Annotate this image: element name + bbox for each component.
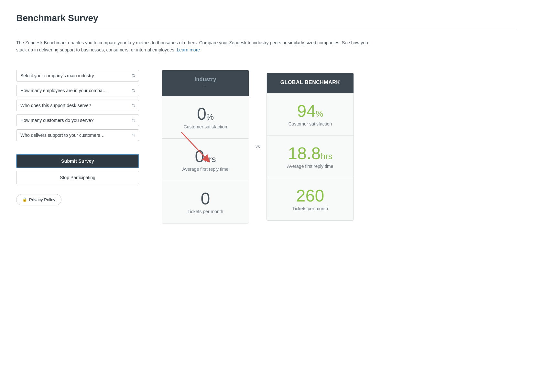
buttons-section: Submit Survey Stop Participating: [16, 154, 139, 184]
divider: [16, 30, 517, 30]
global-column-header: GLOBAL BENCHMARK: [267, 73, 354, 93]
global-reply-time-cell: 18.8hrs Average first reply time: [267, 136, 354, 178]
global-header-title: GLOBAL BENCHMARK: [273, 80, 347, 85]
industry-select[interactable]: Select your company's main industry: [16, 70, 139, 82]
global-reply-time-label: Average first reply time: [273, 164, 347, 169]
description: The Zendesk Benchmark enables you to com…: [16, 39, 372, 54]
support-desk-select[interactable]: Who does this support desk serve?: [16, 100, 139, 111]
vs-label: vs: [256, 144, 260, 149]
main-layout: Select your company's main industry How …: [16, 70, 517, 223]
industry-select-wrapper: Select your company's main industry: [16, 70, 139, 82]
left-panel: Select your company's main industry How …: [16, 70, 152, 205]
industry-tickets-label: Tickets per month: [169, 209, 242, 214]
industry-tickets-cell: 0 Tickets per month: [162, 181, 249, 223]
global-tickets-label: Tickets per month: [273, 206, 347, 211]
comparison-area: Industry -- 0% Customer satisfaction 0hr…: [162, 70, 354, 223]
global-tickets-value: 260: [273, 187, 347, 204]
stop-participating-button[interactable]: Stop Participating: [16, 171, 139, 184]
industry-customer-satisfaction-label: Customer satisfaction: [169, 124, 242, 129]
global-tickets-cell: 260 Tickets per month: [267, 178, 354, 220]
privacy-policy-button[interactable]: 🔒 Privacy Policy: [16, 194, 61, 205]
customers-select-wrapper: How many customers do you serve?: [16, 114, 139, 126]
industry-reply-time-value: 0hrs: [169, 148, 242, 165]
global-customer-satisfaction-label: Customer satisfaction: [273, 121, 347, 126]
industry-column: Industry -- 0% Customer satisfaction 0hr…: [162, 70, 249, 223]
global-customer-satisfaction-value: 94%: [273, 103, 347, 119]
employees-select-wrapper: How many employees are in your compa…: [16, 85, 139, 96]
lock-icon: 🔒: [22, 197, 27, 202]
submit-survey-button[interactable]: Submit Survey: [16, 154, 139, 168]
support-desk-select-wrapper: Who does this support desk serve?: [16, 100, 139, 111]
global-column: GLOBAL BENCHMARK 94% Customer satisfacti…: [266, 73, 354, 221]
industry-tickets-value: 0: [169, 190, 242, 207]
delivers-select[interactable]: Who delivers support to your customers…: [16, 129, 139, 141]
industry-header-title: Industry: [169, 77, 242, 82]
industry-customer-satisfaction-value: 0%: [169, 105, 242, 122]
page-title: Benchmark Survey: [16, 13, 517, 23]
industry-column-header: Industry --: [162, 70, 249, 96]
industry-customer-satisfaction-cell: 0% Customer satisfaction: [162, 96, 249, 138]
employees-select[interactable]: How many employees are in your compa…: [16, 85, 139, 96]
customers-select[interactable]: How many customers do you serve?: [16, 114, 139, 126]
global-customer-satisfaction-cell: 94% Customer satisfaction: [267, 93, 354, 136]
global-reply-time-value: 18.8hrs: [273, 145, 347, 162]
learn-more-link[interactable]: Learn more: [177, 47, 200, 52]
industry-header-subtitle: --: [169, 84, 242, 90]
privacy-policy-label: Privacy Policy: [29, 197, 55, 202]
delivers-select-wrapper: Who delivers support to your customers…: [16, 129, 139, 141]
industry-reply-time-cell: 0hrs Average first reply time: [162, 138, 249, 181]
industry-reply-time-label: Average first reply time: [169, 167, 242, 172]
